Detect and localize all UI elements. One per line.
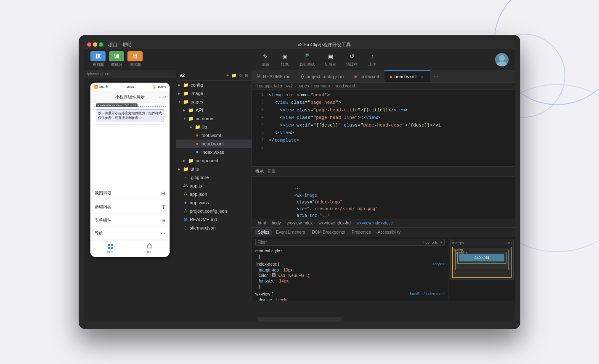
upload-action[interactable]: ↑ 上传 [368, 52, 377, 67]
code-editor[interactable]: 1 <template name="head"> 2 <view class="… [252, 90, 515, 166]
preview-action[interactable]: ◉ 预览 [280, 52, 289, 67]
elem-tag-wxview-hd[interactable]: wx-view.index-hd [316, 220, 353, 226]
tree-new-file-icon[interactable]: + [226, 73, 229, 78]
tree-item-foot-wxml[interactable]: ▶ ■ foot.wxml [176, 131, 252, 140]
box-border: padding 240 × 44 - [455, 250, 509, 270]
tab-foot-wxml[interactable]: ■ foot.wxml [349, 70, 384, 82]
style-prop-display: display : block; [255, 297, 445, 301]
tree-item-label: lib [202, 124, 207, 129]
style-prop-closing: } [255, 254, 445, 259]
section-label-1: 基础内容 [95, 204, 111, 210]
tab-properties[interactable]: Properties [349, 229, 374, 235]
src-attr: src= [294, 206, 307, 211]
phone-section-1[interactable]: 基础内容 T [90, 200, 170, 214]
style-prop-color: color : var(--weui-FG-1); [255, 273, 445, 278]
tab-styles[interactable]: Styles [255, 229, 272, 235]
debug-label: 调试器 [111, 62, 122, 68]
tree-item-config[interactable]: ▶ 📁 config [176, 81, 252, 89]
tree-item-head-wxml[interactable]: ▶ ■ head.wxml [176, 140, 252, 148]
elem-tag-wxview-index[interactable]: wx-view.index [284, 220, 315, 226]
tree-item-project-config[interactable]: ▶ {} project.config.json [176, 207, 252, 215]
tab-elements[interactable]: 元素 [267, 169, 276, 174]
tree-item-index-wxss[interactable]: ▶ ■ index.wxss [176, 148, 252, 156]
tree-item-pages[interactable]: ▼ 📁 pages [176, 98, 252, 106]
class-filter-btn[interactable]: .cls [432, 240, 438, 245]
rule-source: <style> [432, 262, 445, 266]
tab-close-icon[interactable]: × [419, 74, 425, 79]
menu-item-project[interactable]: 项目 [108, 42, 117, 48]
tree-item-lib[interactable]: ▶ 📁 lib [176, 123, 252, 131]
tree-item-readme[interactable]: ▶ M README.md [176, 215, 252, 224]
test-button[interactable]: 出 测试器 [127, 51, 143, 68]
chevron-right-icon: ▶ [178, 92, 182, 95]
tree-item-app-json[interactable]: ▶ {} app.json [176, 190, 252, 198]
section-icon-2: ≡ [162, 217, 165, 223]
elem-tag-html[interactable]: html [255, 220, 268, 226]
breadcrumb-part-0[interactable]: fino-applet-demo-v2 [255, 84, 293, 88]
tree-new-folder-icon[interactable]: 📁 [231, 73, 236, 78]
tab-project-config[interactable]: {} project.config.json [296, 70, 349, 82]
tree-refresh-icon[interactable]: ↻ [239, 73, 242, 78]
breadcrumb-part-1[interactable]: pages [297, 84, 309, 88]
tree-item-label: app.wxss [190, 200, 209, 205]
tree-item-app-wxss[interactable]: ▶ ■ app.wxss [176, 198, 252, 207]
clear-cache-action[interactable]: ↺ 清缓存 [346, 52, 358, 67]
tree-item-app-js[interactable]: ▶ JS app.js [176, 182, 252, 190]
breadcrumb-part-2[interactable]: common [314, 84, 330, 88]
debug-button[interactable]: 调 调试器 [109, 51, 124, 68]
close-window-button[interactable] [87, 42, 91, 47]
tree-item-gitignore[interactable]: ▶ · .gitignore [176, 173, 252, 182]
color-swatch [272, 273, 276, 277]
phone-section-3[interactable]: 导航 ··· [90, 227, 170, 240]
tree-item-common[interactable]: ▼ 📁 common [176, 114, 252, 123]
cut-backend-action[interactable]: ▣ 切后台 [325, 52, 336, 67]
simulate-button[interactable]: 模 模拟器 [90, 51, 106, 68]
maximize-window-button[interactable] [99, 42, 103, 47]
section-label-0: 视图容器 [95, 190, 111, 196]
content-dimensions: 240 × 44 [474, 256, 489, 260]
elem-tag-body[interactable]: body [269, 220, 284, 226]
tab-readme[interactable]: M README.md [252, 70, 296, 82]
tree-item-api[interactable]: ▶ 📁 API [176, 106, 252, 114]
minimize-window-button[interactable] [93, 42, 97, 47]
tree-item-component[interactable]: ▶ 📁 component [176, 156, 252, 165]
phone-section-2[interactable]: 表单组件 ≡ [90, 214, 170, 227]
user-avatar[interactable] [495, 53, 509, 66]
folder-icon: 📁 [188, 158, 194, 164]
phone-title-text: 小程序组件展示 [115, 94, 145, 100]
tree-collapse-icon[interactable]: ⊟ [245, 73, 248, 78]
rule-source-local[interactable]: localfile:/.index.css:2 [410, 292, 445, 296]
breadcrumb-part-3[interactable]: head.wxml [335, 84, 355, 88]
tab-overview[interactable]: 概览 [255, 169, 264, 174]
tab-head-wxml[interactable]: ■ head.wxml × [384, 70, 431, 82]
tree-item-image[interactable]: ▶ 📁 image [176, 89, 252, 98]
tree-item-label: project.config.json [190, 208, 227, 214]
tree-item-sitemap[interactable]: ▶ {} sitemap.json [176, 224, 252, 232]
js-file-icon: JS [183, 184, 188, 188]
tab-accessibility[interactable]: Accessibility [375, 229, 403, 235]
laptop-base [232, 322, 367, 324]
tab-more-button[interactable]: ··· [430, 74, 441, 79]
phone-nav-api[interactable]: 接口 [130, 240, 170, 257]
tab-event-listeners[interactable]: Event Listeners [273, 229, 307, 235]
style-filter-input[interactable] [257, 240, 420, 245]
phone-nav-component[interactable]: 组件 [90, 240, 130, 257]
svg-rect-3 [111, 244, 113, 246]
svg-point-0 [499, 55, 505, 61]
toolbar-actions: ✎ 编辑 ◉ 预览 📱 真机调试 ▣ 切后台 ↺ 清缓存 [153, 52, 485, 67]
status-time: 10:01 [126, 85, 135, 89]
elem-tag-wxview-desc[interactable]: wx-view.index-desc [354, 220, 395, 226]
tree-item-utils[interactable]: ▶ 📁 utils [176, 165, 252, 173]
menu-item-help[interactable]: 帮助 [122, 42, 132, 48]
edit-action[interactable]: ✎ 编辑 [261, 52, 270, 67]
tree-item-label: .gitignore [190, 175, 209, 180]
add-filter-btn[interactable]: + [440, 240, 443, 245]
tab-dom-breakpoints[interactable]: DOM Breakpoints [309, 229, 347, 235]
phone-section-0[interactable]: 视图容器 ⊟ [90, 187, 170, 200]
code-line-7: 7 </template> [252, 137, 515, 144]
hover-filter-btn[interactable]: :hov [422, 240, 429, 245]
tree-root-label: v2 [180, 73, 185, 78]
folder-icon: 📁 [188, 116, 194, 121]
real-machine-action[interactable]: 📱 真机调试 [300, 52, 315, 67]
tree-item-label: foot.wxml [201, 133, 221, 138]
